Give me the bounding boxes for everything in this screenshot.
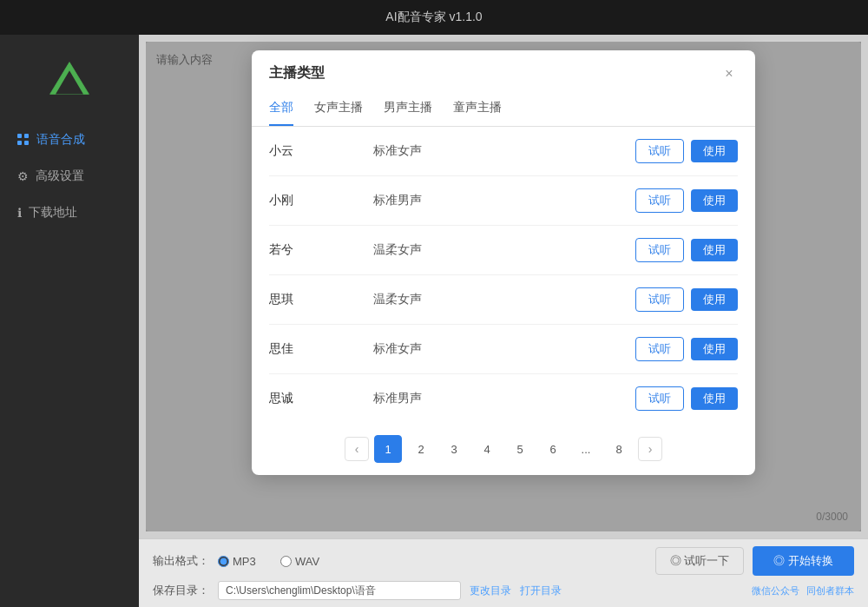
- use-button-2[interactable]: 使用: [691, 239, 738, 261]
- info-icon: ℹ: [17, 206, 22, 220]
- voice-name-1: 小刚: [269, 193, 373, 208]
- voice-row: 小刚 标准男声 试听 使用: [269, 176, 738, 226]
- format-row: 输出格式： MP3 WAV ◎ 试听一下 ◎ 开始转换: [153, 546, 854, 576]
- try-button-0[interactable]: 试听: [635, 139, 684, 163]
- voice-row: 小云 标准女声 试听 使用: [269, 127, 738, 176]
- voice-type-0: 标准女声: [373, 143, 635, 159]
- page-button-1[interactable]: 1: [374, 435, 402, 463]
- tab-child[interactable]: 童声主播: [453, 93, 502, 126]
- page-button-3[interactable]: 3: [440, 435, 468, 463]
- tab-male[interactable]: 男声主播: [384, 93, 432, 126]
- format-wav-option[interactable]: WAV: [280, 555, 332, 568]
- try-button-2[interactable]: 试听: [635, 238, 684, 262]
- save-dir-input[interactable]: [218, 581, 461, 600]
- voice-actions-0: 试听 使用: [635, 139, 738, 163]
- use-button-5[interactable]: 使用: [691, 387, 738, 410]
- voice-name-2: 若兮: [269, 242, 373, 258]
- wechat-link[interactable]: 微信公众号: [752, 584, 799, 597]
- save-dir-label: 保存目录：: [153, 583, 209, 598]
- tab-female[interactable]: 女声主播: [314, 93, 363, 126]
- try-button-4[interactable]: 试听: [635, 337, 684, 361]
- modal-overlay: 主播类型 × 全部 女声主播 男声主播 童声主播 小云: [146, 42, 861, 531]
- sidebar-label-voice-synthesis: 语音合成: [36, 132, 85, 148]
- format-wav-label: WAV: [295, 555, 319, 568]
- format-mp3-radio[interactable]: [218, 556, 229, 567]
- try-button-3[interactable]: 试听: [635, 287, 684, 312]
- group-link[interactable]: 同创者群本: [806, 584, 854, 597]
- voice-type-dialog: 主播类型 × 全部 女声主播 男声主播 童声主播 小云: [252, 50, 755, 475]
- sidebar-label-advanced-settings: 高级设置: [36, 168, 84, 184]
- use-button-3[interactable]: 使用: [691, 288, 738, 311]
- format-mp3-label: MP3: [233, 555, 256, 568]
- dialog-tabs: 全部 女声主播 男声主播 童声主播: [252, 93, 755, 127]
- voice-actions-4: 试听 使用: [635, 337, 738, 361]
- lang-links: 微信公众号 同创者群本: [752, 584, 854, 597]
- try-button-5[interactable]: 试听: [635, 386, 684, 411]
- save-dir-row: 保存目录： 更改目录 打开目录 微信公众号 同创者群本: [153, 581, 854, 600]
- voice-type-2: 温柔女声: [373, 242, 635, 258]
- page-button-6[interactable]: 6: [539, 435, 567, 463]
- sidebar-label-download-address: 下载地址: [29, 205, 77, 221]
- app-title: AI配音专家 v1.1.0: [385, 10, 482, 25]
- voice-name-0: 小云: [269, 143, 373, 159]
- change-dir-link[interactable]: 更改目录: [470, 584, 511, 598]
- open-dir-link[interactable]: 打开目录: [520, 584, 562, 598]
- content-area: 0/3000 主播类型 × 全部 女声主播 男声主播 童声主播: [139, 35, 868, 607]
- voice-actions-5: 试听 使用: [635, 386, 738, 411]
- dialog-header: 主播类型 ×: [252, 50, 755, 93]
- titlebar: AI配音专家 v1.1.0: [0, 0, 868, 35]
- voice-list: 小云 标准女声 试听 使用 小刚 标准男声 试听: [252, 127, 755, 423]
- prev-page-button[interactable]: ‹: [345, 437, 369, 461]
- use-button-4[interactable]: 使用: [691, 338, 738, 360]
- voice-type-3: 温柔女声: [373, 292, 635, 307]
- close-button[interactable]: ×: [720, 65, 738, 82]
- page-button-4[interactable]: 4: [473, 435, 501, 463]
- format-radio-group: MP3 WAV: [218, 555, 332, 568]
- bottom-bar: 输出格式： MP3 WAV ◎ 试听一下 ◎ 开始转换: [139, 538, 868, 607]
- voice-type-5: 标准男声: [373, 391, 635, 406]
- page-button-8[interactable]: 8: [605, 435, 633, 463]
- use-button-0[interactable]: 使用: [691, 140, 738, 162]
- voice-type-1: 标准男声: [373, 193, 635, 208]
- voice-row: 思琪 温柔女声 试听 使用: [269, 275, 738, 325]
- listen-button[interactable]: ◎ 试听一下: [655, 547, 745, 575]
- voice-name-5: 思诚: [269, 391, 373, 406]
- voice-name-4: 思佳: [269, 341, 373, 357]
- content-inner: 0/3000 主播类型 × 全部 女声主播 男声主播 童声主播: [146, 42, 861, 531]
- page-button-ellipsis[interactable]: ...: [572, 435, 600, 463]
- page-button-2[interactable]: 2: [407, 435, 435, 463]
- sidebar-item-voice-synthesis[interactable]: 语音合成: [0, 122, 139, 158]
- logo: [0, 52, 139, 122]
- voice-row: 思佳 标准女声 试听 使用: [269, 325, 738, 374]
- format-label: 输出格式：: [153, 553, 209, 569]
- voice-actions-2: 试听 使用: [635, 238, 738, 262]
- sidebar: 语音合成 ⚙ 高级设置 ℹ 下载地址: [0, 35, 139, 607]
- pagination: ‹ 1 2 3 4 5 6 ... 8 ›: [252, 423, 755, 475]
- next-page-button[interactable]: ›: [638, 437, 662, 461]
- voice-row: 若兮 温柔女声 试听 使用: [269, 226, 738, 275]
- tab-all[interactable]: 全部: [269, 93, 293, 126]
- grid-icon: [17, 134, 30, 146]
- dialog-title: 主播类型: [269, 64, 325, 82]
- format-mp3-option[interactable]: MP3: [218, 555, 270, 568]
- voice-row: 思诚 标准男声 试听 使用: [269, 374, 738, 423]
- voice-type-4: 标准女声: [373, 341, 635, 357]
- format-wav-radio[interactable]: [280, 556, 292, 567]
- sidebar-item-advanced-settings[interactable]: ⚙ 高级设置: [0, 158, 139, 195]
- gear-icon: ⚙: [17, 169, 29, 183]
- convert-button[interactable]: ◎ 开始转换: [753, 546, 854, 576]
- try-button-1[interactable]: 试听: [635, 188, 684, 213]
- use-button-1[interactable]: 使用: [691, 189, 738, 212]
- sidebar-item-download-address[interactable]: ℹ 下载地址: [0, 195, 139, 231]
- page-button-5[interactable]: 5: [506, 435, 534, 463]
- voice-actions-3: 试听 使用: [635, 287, 738, 312]
- voice-actions-1: 试听 使用: [635, 188, 738, 213]
- voice-name-3: 思琪: [269, 292, 373, 307]
